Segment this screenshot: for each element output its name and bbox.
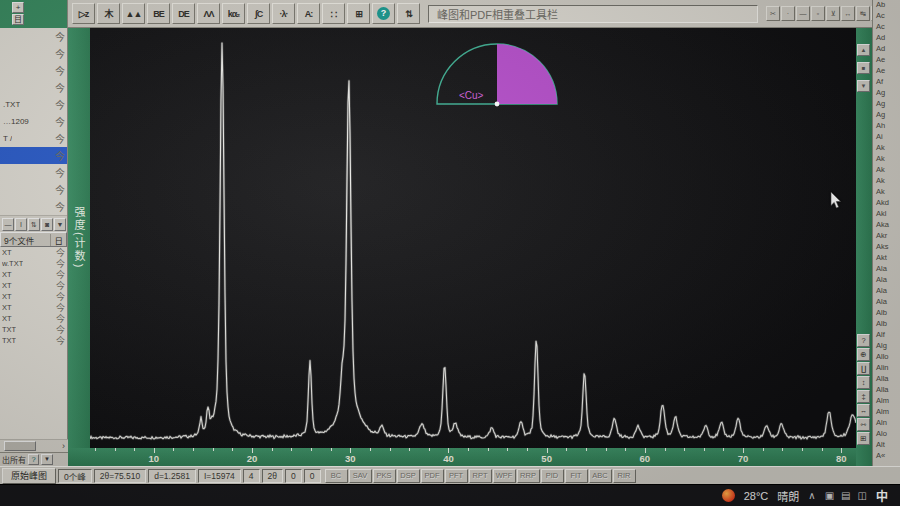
- mineral-list-item[interactable]: Alt: [873, 440, 900, 451]
- filter-help-button[interactable]: ?: [28, 454, 39, 465]
- pattern-row[interactable]: 今: [0, 45, 67, 62]
- mineral-list-item[interactable]: Aka: [873, 220, 900, 231]
- status-mode-button[interactable]: BC: [325, 469, 348, 483]
- annotate-peaks-icon[interactable]: Α:: [297, 3, 320, 24]
- pointer-tool-icon[interactable]: ▷z: [72, 3, 95, 24]
- status-mode-button[interactable]: RIR: [613, 469, 636, 483]
- background-edit-icon[interactable]: ΒΕ: [147, 3, 170, 24]
- peaks-filled-icon[interactable]: ▲▲: [122, 3, 145, 24]
- toolbar-mini-button[interactable]: ↔: [841, 6, 855, 21]
- pattern-row[interactable]: 今: [0, 28, 67, 45]
- plot-tool-button[interactable]: ⊞: [857, 432, 870, 445]
- add-pattern-button[interactable]: +: [12, 2, 24, 13]
- mineral-list-item[interactable]: Akt: [873, 253, 900, 264]
- mineral-list-item[interactable]: Ae: [873, 55, 900, 66]
- mineral-list-item[interactable]: Alla: [873, 374, 900, 385]
- sidebar-tool-button[interactable]: Ι: [15, 218, 27, 231]
- status-mode-button[interactable]: RPT: [469, 469, 492, 483]
- sidebar-tool-button[interactable]: ▼: [54, 218, 66, 231]
- mineral-list-item[interactable]: Akr: [873, 231, 900, 242]
- status-mode-button[interactable]: FIT: [565, 469, 588, 483]
- mineral-list-item[interactable]: Ag: [873, 88, 900, 99]
- kalpha2-icon[interactable]: kα₂: [222, 3, 245, 24]
- tray-icon[interactable]: ▣: [825, 490, 834, 501]
- mineral-list-item[interactable]: Aks: [873, 242, 900, 253]
- weather-icon[interactable]: [722, 489, 735, 502]
- toolbar-title-field[interactable]: 峰图和PDF相重叠工具栏: [428, 5, 758, 23]
- tab-raw-peak-plot[interactable]: 原始峰图: [2, 468, 56, 484]
- mineral-list-item[interactable]: Alm: [873, 396, 900, 407]
- pattern-row[interactable]: 今: [0, 147, 67, 164]
- mineral-list-item[interactable]: Ala: [873, 286, 900, 297]
- mineral-list-item[interactable]: Alm: [873, 407, 900, 418]
- status-mode-button[interactable]: ABC: [589, 469, 612, 483]
- toolbar-mini-button[interactable]: ⊻: [826, 6, 840, 21]
- mineral-list-item[interactable]: Ai: [873, 132, 900, 143]
- mineral-list-item[interactable]: Ak: [873, 187, 900, 198]
- status-mode-button[interactable]: PID: [541, 469, 564, 483]
- mineral-list-item[interactable]: Alb: [873, 319, 900, 330]
- mineral-list-item[interactable]: Ab: [873, 0, 900, 11]
- mineral-list-item[interactable]: Ak: [873, 154, 900, 165]
- pattern-row[interactable]: 今: [0, 79, 67, 96]
- mineral-list-item[interactable]: Alla: [873, 385, 900, 396]
- sidebar-tool-button[interactable]: ⇅: [28, 218, 40, 231]
- tray-icon[interactable]: ◫: [858, 490, 867, 501]
- toolbar-mini-button[interactable]: —: [796, 6, 810, 21]
- mineral-list-item[interactable]: Akl: [873, 209, 900, 220]
- weather-description[interactable]: 晴朗: [777, 488, 799, 504]
- plot-tool-button[interactable]: ?: [857, 334, 870, 347]
- scrollbar-thumb[interactable]: [4, 441, 36, 451]
- peak-decompose-icon[interactable]: DΕ: [172, 3, 195, 24]
- mineral-list-item[interactable]: Alin: [873, 363, 900, 374]
- help-icon[interactable]: ?: [372, 3, 395, 24]
- peak-paint-icon[interactable]: 木: [97, 3, 120, 24]
- file-row[interactable]: TXT 今: [0, 335, 67, 346]
- pattern-row[interactable]: T / 今: [0, 130, 67, 147]
- diffraction-plot[interactable]: <Cu>: [90, 28, 856, 448]
- toolbar-mini-button[interactable]: ↹: [856, 6, 870, 21]
- plot-tool-button[interactable]: ∐: [857, 362, 870, 375]
- mineral-list-item[interactable]: Alg: [873, 341, 900, 352]
- mineral-list-item[interactable]: Allo: [873, 352, 900, 363]
- lambda-tool-icon[interactable]: ·λ·: [272, 3, 295, 24]
- scroll-button[interactable]: ■: [857, 62, 870, 74]
- pattern-row[interactable]: …1209 今: [0, 113, 67, 130]
- mineral-list-item[interactable]: Ah: [873, 121, 900, 132]
- grid-dots-icon[interactable]: ⸬: [322, 3, 345, 24]
- status-mode-button[interactable]: WPF: [493, 469, 516, 483]
- mineral-list-item[interactable]: Ac: [873, 22, 900, 33]
- toolbar-mini-button[interactable]: ✂: [766, 6, 780, 21]
- pattern-row[interactable]: .TXT 今: [0, 96, 67, 113]
- mineral-list-item[interactable]: A«: [873, 451, 900, 462]
- mineral-list-item[interactable]: Ag: [873, 110, 900, 121]
- pattern-row[interactable]: 今: [0, 198, 67, 215]
- sidebar-hscrollbar[interactable]: ›: [0, 439, 68, 452]
- filter-dropdown[interactable]: ▼: [41, 454, 53, 465]
- plot-tool-button[interactable]: ‡: [857, 390, 870, 403]
- tray-expand-icon[interactable]: ∧: [808, 490, 815, 501]
- plot-tool-button[interactable]: ↔: [857, 404, 870, 417]
- pattern-row[interactable]: 今: [0, 181, 67, 198]
- mineral-list-item[interactable]: Ad: [873, 44, 900, 55]
- mineral-list-item[interactable]: Ak: [873, 165, 900, 176]
- weather-temperature[interactable]: 28°C: [744, 490, 769, 502]
- mineral-list-item[interactable]: Ala: [873, 264, 900, 275]
- status-mode-button[interactable]: DSP: [397, 469, 420, 483]
- mineral-list-item[interactable]: Akd: [873, 198, 900, 209]
- status-mode-button[interactable]: SAV: [349, 469, 372, 483]
- plot-tool-button[interactable]: ⇿: [857, 418, 870, 431]
- tile-view-icon[interactable]: ⊞: [347, 3, 370, 24]
- scroll-button[interactable]: ▲: [857, 44, 870, 56]
- plot-tool-button[interactable]: ⊕: [857, 348, 870, 361]
- mineral-list-item[interactable]: Ac: [873, 11, 900, 22]
- tray-icon[interactable]: ▤: [841, 490, 850, 501]
- scroll-button[interactable]: ▼: [857, 80, 870, 92]
- mineral-list-item[interactable]: Ae: [873, 66, 900, 77]
- mineral-list-item[interactable]: Ag: [873, 99, 900, 110]
- curve-fit-icon[interactable]: ʃC: [247, 3, 270, 24]
- mineral-list-item[interactable]: Ala: [873, 297, 900, 308]
- right-scroll-strip[interactable]: ▲■▼ ?⊕∐↕‡↔⇿⊞: [856, 28, 872, 466]
- mineral-list-item[interactable]: Alb: [873, 308, 900, 319]
- status-mode-button[interactable]: PKS: [373, 469, 396, 483]
